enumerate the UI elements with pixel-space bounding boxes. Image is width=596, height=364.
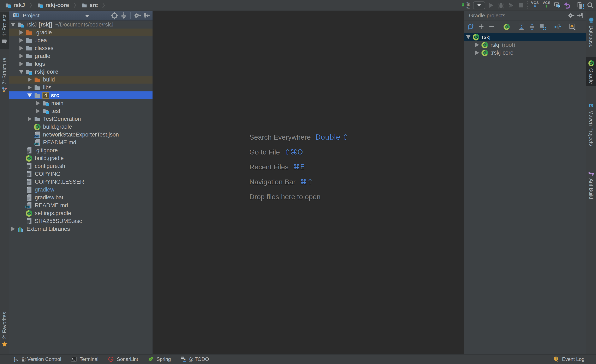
tree-row[interactable]: rskj <box>464 33 586 41</box>
tree-row[interactable]: gradlew.bat <box>9 194 153 201</box>
stop-square-button[interactable] <box>517 1 525 9</box>
tree-expand-arrow[interactable] <box>9 23 17 27</box>
tree-row[interactable]: gradlew <box>9 186 153 194</box>
locate-button[interactable] <box>111 12 118 19</box>
gradle-refresh-button[interactable] <box>467 23 474 30</box>
tree-row[interactable]: rskJ [rskj] ~/Documents/code/rskJ <box>9 21 153 29</box>
tree-expand-arrow[interactable] <box>17 70 25 74</box>
tree-expand-arrow[interactable] <box>17 38 25 43</box>
gradle-logo-button[interactable] <box>503 23 510 30</box>
tree-expand-arrow[interactable] <box>34 109 42 113</box>
breadcrumb-item[interactable]: rskj-core <box>36 2 80 9</box>
favorites-star-button[interactable]: 2: Favorites <box>0 309 9 352</box>
breadcrumb-chevron-icon <box>27 2 35 9</box>
tree-row[interactable]: README.md <box>9 201 153 209</box>
tree-expand-arrow[interactable] <box>9 227 17 231</box>
breadcrumb-item[interactable]: rskJ <box>4 2 36 9</box>
download-sources-button[interactable]: 011001 <box>461 2 471 9</box>
tree-row[interactable]: README.md <box>9 138 153 146</box>
rollback-button[interactable] <box>563 1 571 9</box>
remove-minus-button[interactable] <box>488 23 495 30</box>
view-dropdown-caret-icon[interactable] <box>85 15 89 19</box>
tree-row[interactable]: build.gradle <box>9 154 153 162</box>
tree-expand-arrow[interactable] <box>17 46 25 51</box>
tree-row[interactable]: rskj (root) <box>464 41 586 49</box>
tree-row[interactable]: build.gradle <box>9 123 153 131</box>
tree-expand-arrow[interactable] <box>17 62 25 66</box>
tree-row[interactable]: TestGeneration <box>9 115 153 123</box>
folder-icon <box>34 115 41 123</box>
tree-expand-arrow[interactable] <box>473 43 481 47</box>
tree-expand-arrow[interactable] <box>17 54 25 58</box>
gradle-logo-button[interactable]: Gradle <box>586 57 596 86</box>
vcs-branch-status-button[interactable]: 9: Version Control <box>13 356 61 362</box>
todo-person-status-button[interactable]: 6: TODO <box>180 356 209 362</box>
tree-row[interactable]: main <box>9 99 153 107</box>
hide-right-button[interactable] <box>577 12 584 19</box>
structure-tool-button[interactable]: 7: Structure <box>0 55 9 97</box>
tree-row[interactable]: .gradle <box>9 29 153 36</box>
vcs-update-arrow-button[interactable]: VCS <box>530 1 540 9</box>
search-button[interactable] <box>587 1 594 9</box>
tree-row[interactable]: rskj-core <box>9 68 153 76</box>
tree-expand-arrow[interactable] <box>34 101 42 105</box>
collapse-all-blue-button[interactable] <box>528 23 536 30</box>
tree-row[interactable]: External Libraries <box>9 225 153 233</box>
vcs-commit-arrow-button[interactable]: VCS <box>542 1 551 9</box>
expand-all-button[interactable] <box>518 23 525 30</box>
event-log-button[interactable]: 1 Event Log <box>553 356 584 362</box>
run-coverage-button[interactable] <box>507 1 515 9</box>
gradle-settings-button[interactable] <box>569 23 576 30</box>
tree-row[interactable]: classes <box>9 44 153 52</box>
tree-row[interactable]: test <box>9 107 153 115</box>
offline-mode-button[interactable] <box>554 23 561 30</box>
row-label: rskj <box>482 34 491 40</box>
ant-logo-button[interactable]: Ant Build <box>586 167 596 202</box>
spring-leaf-status-button[interactable]: Spring <box>148 356 171 362</box>
row-label: rskJ <box>27 22 37 28</box>
tree-expand-arrow[interactable] <box>26 85 34 90</box>
recent-changes-button[interactable] <box>553 1 561 9</box>
gear-dropdown-button[interactable] <box>568 12 575 19</box>
terminal-icon <box>71 356 77 362</box>
tree-expand-arrow[interactable] <box>464 35 472 39</box>
row-badge: 4 <box>42 92 49 99</box>
tree-expand-arrow[interactable] <box>26 94 34 97</box>
tree-row[interactable]: libs <box>9 84 153 91</box>
hide-left-button[interactable] <box>143 12 150 19</box>
sonarlint-status-button[interactable]: SonarLint <box>108 356 138 362</box>
project-tool-button[interactable]: 1: Project <box>0 12 9 50</box>
tree-row[interactable]: .gitignore <box>9 146 153 154</box>
hint-label: Drop files here to open <box>249 193 320 201</box>
group-modules-button[interactable] <box>539 23 546 30</box>
maven-logo-button[interactable]: Maven Projects <box>586 99 596 148</box>
run-play-button[interactable] <box>487 1 495 9</box>
tree-row[interactable]: configure.sh <box>9 162 153 170</box>
add-plus-button[interactable] <box>477 23 485 30</box>
tree-row[interactable]: logs <box>9 60 153 68</box>
debug-bug-button[interactable] <box>497 1 505 9</box>
database-button[interactable]: Database <box>586 15 596 50</box>
tree-expand-arrow[interactable] <box>26 77 34 82</box>
tree-row[interactable]: SHA256SUMS.asc <box>9 217 153 225</box>
tree-row[interactable]: 4 src <box>9 91 153 99</box>
breadcrumb-item[interactable]: src <box>80 2 109 9</box>
tree-expand-arrow[interactable] <box>473 51 481 55</box>
tree-expand-arrow[interactable] <box>17 30 25 35</box>
tree-row[interactable]: networkStateExporterTest.json <box>9 131 153 138</box>
structure-compare-button[interactable] <box>577 1 584 9</box>
tree-row[interactable]: build <box>9 76 153 84</box>
tree-row[interactable]: COPYING.LESSER <box>9 178 153 186</box>
tree-row[interactable]: settings.gradle <box>9 209 153 217</box>
run-configuration-combo[interactable] <box>473 1 485 9</box>
tree-expand-arrow[interactable] <box>26 117 34 121</box>
gear-dropdown-button[interactable] <box>134 12 141 19</box>
tree-row[interactable]: COPYING <box>9 170 153 178</box>
tree-row[interactable]: gradle <box>9 52 153 60</box>
tree-row[interactable]: :rskj-core <box>464 49 586 57</box>
terminal-status-button[interactable]: Terminal <box>71 356 98 362</box>
offline-mode-icon <box>554 23 561 30</box>
collapse-all-button[interactable] <box>120 12 127 19</box>
tree-row[interactable]: .idea <box>9 36 153 44</box>
editor-area[interactable]: Search Everywhere Double ⇧ Go to File ⇧⌘… <box>153 11 464 354</box>
